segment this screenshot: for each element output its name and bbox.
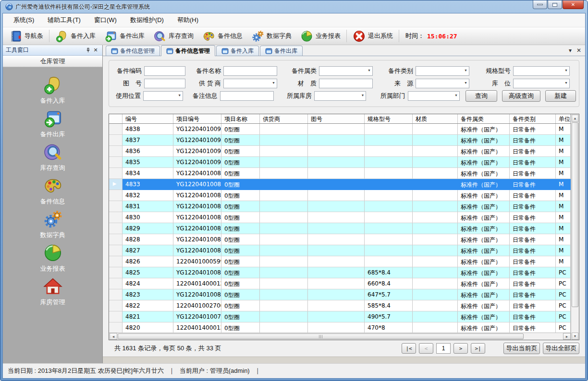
scroll-up-icon[interactable]: ▲ [572,115,578,122]
row-selector[interactable] [109,245,122,256]
toolbar-data-dict-button[interactable]: 数据字典 [247,28,296,44]
scroll-track[interactable] [524,333,563,340]
menu-window[interactable]: 窗口(W) [87,14,123,26]
maximize-button[interactable] [548,0,562,9]
sidebar-item-warehouse-mgmt[interactable]: 库房管理 [3,274,102,308]
scroll-down-icon[interactable]: ▼ [572,333,578,340]
spare-category-select[interactable] [319,66,373,76]
tab-spare-info-mgmt-1[interactable]: 备件信息管理 [106,46,160,56]
column-header[interactable]: 编号 [122,114,173,123]
table-row[interactable]: 482012204014000130型圈470*8标准件（国产）日常备件PC [109,322,571,333]
column-header[interactable]: 图号 [308,114,365,123]
table-row[interactable]: 4829YG122040100840型圈标准件（国产）日常备件M [109,223,571,234]
menu-system[interactable]: 系统(S) [7,14,41,26]
row-selector[interactable] [109,124,122,135]
tab-spare-info-mgmt-2[interactable]: 备件信息管理 [161,45,215,56]
pin-button[interactable] [84,47,92,54]
sidebar-item-spare-info[interactable]: 备件信息 [3,174,102,207]
row-selector[interactable] [109,311,122,322]
spare-name-input[interactable] [223,66,277,76]
table-row[interactable]: 482412204014000120型圈660*8.4标准件（国产）日常备件PC [109,278,571,289]
scroll-track[interactable] [571,308,579,332]
department-select[interactable] [408,91,460,101]
page-number-input[interactable] [436,343,451,354]
material-input[interactable] [319,79,373,88]
sidebar-item-data-dict[interactable]: 数据字典 [3,207,102,241]
horizontal-scrollbar[interactable]: ◄ ► [109,333,571,340]
sidebar-item-biz-report[interactable]: 业务报表 [3,241,102,274]
sidebar-item-spare-out[interactable]: 备件出库 [3,107,102,140]
table-row[interactable]: 4836YG122040100910型圈标准件（国产）日常备件M [109,146,571,157]
table-row[interactable]: 482612204010005990型圈标准件（国产）日常备件M [109,256,571,267]
toolbar-stock-query-button[interactable]: 库存查询 [149,28,198,44]
table-row[interactable]: 4827YG122040100820型圈标准件（国产）日常备件M [109,245,571,256]
tab-close-icon[interactable]: ✕ [576,47,581,54]
drawing-no-input[interactable] [144,79,185,88]
row-selector[interactable] [109,135,122,146]
column-header[interactable]: 材质 [413,114,458,123]
table-row[interactable]: 4831YG122040100860型圈标准件（国产）日常备件M [109,201,571,212]
tab-list-dropdown-icon[interactable]: ▾ [569,47,572,54]
table-row[interactable]: 4823YG122040100800型圈647*5.7标准件（国产）日常备件PC [109,289,571,300]
row-selector[interactable] [109,300,122,311]
advanced-query-button[interactable]: 高级查询 [502,90,540,102]
warehouse-select[interactable] [314,91,366,101]
toolbar-spare-in-button[interactable]: 备件入库 [51,28,100,44]
source-select[interactable] [416,79,469,88]
close-button[interactable]: ✕ [563,0,584,9]
row-selector[interactable] [109,278,122,289]
menu-aux-tools[interactable]: 辅助工具(T) [41,14,87,26]
spare-code-input[interactable] [144,66,185,76]
export-all-pages-button[interactable]: 导出全部页 [543,343,579,354]
toolbar-exit-button[interactable]: 退出系统 [348,28,397,44]
table-row[interactable]: 4838YG122040100930型圈标准件（国产）日常备件M [109,124,571,135]
table-row[interactable]: 482212204010027000型圈585*8.4标准件（国产）日常备件PC [109,300,571,311]
row-selector[interactable] [109,212,122,223]
first-page-button[interactable]: |< [402,343,416,354]
row-selector[interactable] [109,267,122,278]
column-header[interactable]: 备件类别 [510,114,556,123]
scroll-left-icon[interactable]: ◄ [110,333,117,340]
location-select[interactable] [513,79,570,88]
row-selector[interactable] [109,256,122,267]
export-current-page-button[interactable]: 导出当前页 [503,343,540,354]
remark-input[interactable] [220,91,274,101]
menu-data-maintenance[interactable]: 数据维护(D) [123,14,171,26]
row-selector[interactable] [109,168,122,179]
tab-spare-in[interactable]: 备件入库 [216,46,259,56]
table-row[interactable]: 4835YG122040100900型圈标准件（国产）日常备件M [109,157,571,168]
prev-page-button[interactable]: < [419,343,433,354]
minimize-button[interactable] [533,0,547,9]
column-header[interactable]: 供货商 [260,114,308,123]
spare-type-select[interactable] [416,66,469,76]
sidebar-item-stock-query[interactable]: 库存查询 [3,140,102,174]
row-selector[interactable] [109,146,122,157]
supplier-select[interactable] [223,79,277,88]
vertical-scrollbar[interactable]: ▲ ▼ [571,114,579,340]
panel-close-button[interactable]: ✕ [92,47,99,54]
row-selector[interactable] [109,190,122,201]
toolbar-spare-info-button[interactable]: 备件信息 [198,28,247,44]
column-header[interactable] [109,114,122,123]
column-header[interactable]: 项目编号 [173,114,221,123]
table-row[interactable]: 4832YG122040100870型圈标准件（国产）日常备件M [109,190,571,201]
column-header[interactable]: 备件属类 [458,114,510,123]
table-row[interactable]: 4834YG122040100890型圈标准件（国产）日常备件M [109,168,571,179]
column-header[interactable]: 规格型号 [365,114,413,123]
menu-help[interactable]: 帮助(H) [171,14,205,26]
warehouse-group-header[interactable]: 仓库管理 [3,56,102,67]
scroll-right-icon[interactable]: ► [563,333,571,340]
column-header[interactable]: 项目名称 [221,114,260,123]
column-header[interactable]: 单位 [556,114,571,123]
table-row[interactable]: 4825YG122040100810型圈685*8.4标准件（国产）日常备件PC [109,267,571,278]
spec-select[interactable] [513,66,570,76]
row-selector[interactable] [109,201,122,212]
toolbar-biz-report-button[interactable]: 业务报表 [296,28,345,44]
next-page-button[interactable]: > [453,343,468,354]
table-row[interactable]: 4830YG122040100850型圈标准件（国产）日常备件M [109,212,571,223]
table-row[interactable]: 4821YG122040100790型圈490*5.7标准件（国产）日常备件PC [109,311,571,322]
row-selector[interactable] [109,289,122,300]
query-button[interactable]: 查询 [466,90,497,102]
horizontal-scroll-thumb[interactable] [118,333,524,339]
toolbar-spare-out-button[interactable]: 备件出库 [100,28,149,44]
